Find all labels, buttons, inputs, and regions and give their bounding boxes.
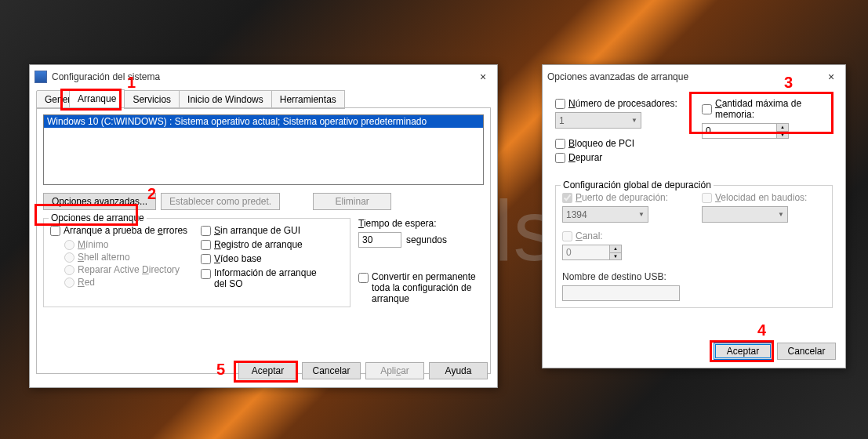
cancel-button[interactable]: Cancelar bbox=[302, 362, 361, 379]
spin-up-icon: ▲ bbox=[610, 245, 621, 253]
app-icon bbox=[35, 71, 47, 83]
safeboot-altshell-radio: Shell alterno bbox=[64, 252, 193, 263]
tab-boot[interactable]: Arranque bbox=[69, 89, 125, 108]
permanent-checkbox[interactable]: Convertir en permanente toda la configur… bbox=[358, 271, 484, 304]
tab-startup[interactable]: Inicio de Windows bbox=[179, 90, 272, 109]
dialog-footer: Aceptar Cancelar bbox=[714, 343, 836, 360]
apply-button: Aplicar bbox=[365, 362, 424, 379]
advanced-options-button[interactable]: Opciones avanzadas... bbox=[43, 193, 156, 210]
debug-checkbox[interactable]: Depurar bbox=[555, 152, 686, 163]
ok-button[interactable]: Aceptar bbox=[714, 343, 772, 360]
close-icon[interactable]: × bbox=[822, 68, 841, 85]
group-title: Configuración global de depuración bbox=[561, 180, 714, 190]
advanced-boot-window: Opciones avanzadas de arranque × Número … bbox=[542, 64, 846, 368]
nproc-select: 1▼ bbox=[555, 112, 641, 129]
timeout-input[interactable] bbox=[358, 232, 401, 248]
timeout-label: Tiempo de espera: bbox=[358, 218, 484, 229]
spin-up-icon[interactable]: ▲ bbox=[777, 124, 788, 132]
boot-entry-selected[interactable]: Windows 10 (C:\WINDOWS) : Sistema operat… bbox=[44, 115, 483, 128]
boot-entry-list[interactable]: Windows 10 (C:\WINDOWS) : Sistema operat… bbox=[43, 114, 484, 185]
safeboot-adrepair-radio: Reparar Active Directory bbox=[64, 264, 193, 275]
tab-panel: Windows 10 (C:\WINDOWS) : Sistema operat… bbox=[36, 107, 491, 374]
maxmem-checkbox[interactable]: Cantidad máxima de memoria: bbox=[702, 98, 833, 120]
debug-port-select: 1394▼ bbox=[562, 206, 648, 223]
spin-down-icon: ▼ bbox=[610, 253, 621, 260]
debug-settings-group: Configuración global de depuración Puert… bbox=[555, 185, 833, 308]
tab-services[interactable]: Servicios bbox=[124, 90, 180, 109]
group-title: Opciones de arranque bbox=[49, 212, 147, 223]
tab-general[interactable]: General bbox=[36, 90, 70, 109]
chevron-down-icon: ▼ bbox=[638, 211, 645, 218]
help-button[interactable]: Ayuda bbox=[429, 362, 488, 379]
nproc-checkbox[interactable]: Número de procesadores: bbox=[555, 98, 686, 109]
baud-checkbox: Velocidad en baudios: bbox=[702, 192, 826, 203]
usb-target-label: Nombre de destino USB: bbox=[562, 271, 826, 282]
debug-port-checkbox: Puerto de depuración: bbox=[562, 192, 686, 203]
system-config-window: Configuración del sistema × General Arra… bbox=[29, 64, 498, 388]
timeout-unit: segundos bbox=[406, 234, 447, 245]
titlebar[interactable]: Opciones avanzadas de arranque × bbox=[543, 65, 845, 89]
osinfo-checkbox[interactable]: Información de arranque del SO bbox=[201, 267, 343, 289]
boot-options-group: Opciones de arranque Arranque a prueba d… bbox=[43, 218, 350, 307]
maxmem-spinner[interactable]: ▲▼ bbox=[702, 123, 792, 139]
bootlog-checkbox[interactable]: Registro de arranque bbox=[201, 239, 343, 250]
window-title: Opciones avanzadas de arranque bbox=[547, 71, 688, 82]
pcilock-checkbox[interactable]: Bloqueo de PCI bbox=[555, 138, 686, 149]
delete-button: Eliminar bbox=[313, 193, 391, 210]
tab-tools[interactable]: Herramientas bbox=[271, 90, 345, 109]
basevid-checkbox[interactable]: Vídeo base bbox=[201, 253, 343, 264]
ok-button[interactable]: Aceptar bbox=[238, 362, 297, 379]
set-default-button: Establecer como predet. bbox=[161, 193, 280, 210]
usb-target-input bbox=[562, 285, 680, 301]
channel-spinner: ▲▼ bbox=[562, 245, 633, 260]
chevron-down-icon: ▼ bbox=[778, 211, 784, 218]
titlebar[interactable]: Configuración del sistema × bbox=[30, 65, 497, 89]
safeboot-checkbox[interactable]: Arranque a prueba de errores bbox=[50, 225, 193, 236]
nogui-checkbox[interactable]: Sin arranque de GUI bbox=[201, 225, 343, 236]
safeboot-min-radio: Mínimo bbox=[64, 239, 193, 250]
close-icon[interactable]: × bbox=[474, 68, 492, 85]
window-title: Configuración del sistema bbox=[52, 71, 160, 82]
dialog-footer: Aceptar Cancelar Aplicar Ayuda bbox=[238, 362, 488, 379]
cancel-button[interactable]: Cancelar bbox=[777, 343, 836, 360]
safeboot-net-radio: Red bbox=[64, 277, 193, 288]
chevron-down-icon: ▼ bbox=[631, 117, 637, 124]
tab-strip: General Arranque Servicios Inicio de Win… bbox=[30, 89, 497, 108]
channel-checkbox: Canal: bbox=[562, 230, 686, 241]
baud-select: ▼ bbox=[702, 206, 788, 223]
spin-down-icon[interactable]: ▼ bbox=[777, 132, 788, 139]
